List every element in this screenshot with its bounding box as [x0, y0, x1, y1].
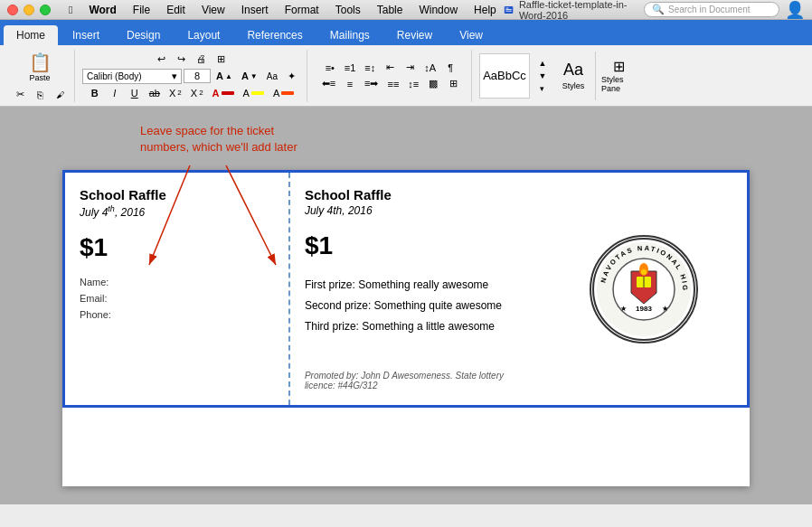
justify-button[interactable]: ≡≡ [383, 78, 402, 90]
font-size-box[interactable]: 8 [184, 69, 211, 83]
copy-button[interactable]: ⎘ [31, 88, 49, 101]
view-button[interactable]: ⊞ [212, 52, 231, 66]
ticket-middle-title: School Raffle [305, 187, 527, 202]
align-row: ⬅≡ ≡ ≡➡ ≡≡ ↕≡ ▩ ⊞ [318, 77, 463, 90]
styles-button[interactable]: Aa Styles [555, 58, 591, 94]
font-family-selector[interactable]: Calibri (Body) ▾ [82, 69, 182, 84]
tab-mailings[interactable]: Mailings [317, 25, 382, 45]
sort-button[interactable]: ↕A [420, 61, 439, 74]
format-painter-button[interactable]: 🖌 [51, 88, 69, 101]
prize-list: First prize: Something really awesome Se… [305, 275, 527, 336]
paste-icon: 📋 [29, 53, 52, 71]
minimize-button[interactable] [24, 5, 34, 15]
tab-home[interactable]: Home [4, 25, 58, 45]
underline-button[interactable]: U [126, 87, 144, 99]
tab-review[interactable]: Review [384, 25, 445, 45]
change-case-button[interactable]: Aa [263, 71, 281, 82]
ticket-email-field: Email: [80, 293, 274, 304]
multilevel-list-button[interactable]: ≡↕ [361, 61, 379, 74]
ticket-left-title: School Raffle [80, 187, 274, 202]
styles-pane-button[interactable]: ⊞ Styles Pane [595, 52, 642, 100]
shading-button[interactable]: ▩ [424, 77, 442, 90]
cut-button[interactable]: ✂ [11, 88, 29, 101]
styles-group: AaBbCc ▲ ▼ ▾ Aa Styles ⊞ Styles Pane [474, 50, 647, 102]
align-right-button[interactable]: ≡➡ [361, 77, 382, 90]
menu-file[interactable]: File [126, 2, 157, 18]
ribbon-toolbar: 📋 Paste ✂ ⎘ 🖌 ↩ ↪ 🖨 ⊞ Calibri (Body) ▾ 8… [0, 45, 812, 107]
ribbon-tabs: Home Insert Design Layout References Mai… [0, 20, 812, 45]
font-group: ↩ ↪ 🖨 ⊞ Calibri (Body) ▾ 8 A▲ A▼ Aa ✦ B … [77, 50, 307, 102]
prize-2: Second prize: Something quite awesome [305, 296, 527, 316]
search-icon: 🔍 [652, 4, 665, 15]
styles-pane-icon: ⊞ [613, 58, 625, 75]
tab-references[interactable]: References [234, 25, 315, 45]
ticket-middle-date: July 4th, 2016 [305, 204, 527, 217]
undo-button[interactable]: ↩ [153, 52, 171, 66]
document-page: School Raffle July 4th, 2016 $1 Name: Em… [62, 170, 750, 486]
subscript-button[interactable]: X2 [165, 87, 185, 99]
bold-button[interactable]: B [86, 87, 104, 99]
document-area: Leave space for the ticketnumbers, which… [0, 107, 812, 504]
ticket-left-date: July 4th, 2016 [80, 204, 274, 219]
tab-view[interactable]: View [447, 25, 496, 45]
paste-group: 📋 Paste ✂ ⎘ 🖌 [5, 50, 75, 102]
font-color-button[interactable]: A [209, 87, 238, 99]
menu-table[interactable]: Table [370, 2, 411, 18]
ticket-phone-field: Phone: [80, 309, 274, 320]
menu-window[interactable]: Window [411, 2, 465, 18]
align-left-button[interactable]: ⬅≡ [318, 77, 339, 90]
bullet-list-button[interactable]: ≡• [321, 61, 339, 74]
decrease-indent-button[interactable]: ⇤ [381, 61, 399, 74]
menu-help[interactable]: Help [467, 2, 504, 18]
text-color-button[interactable]: A [269, 87, 297, 99]
strikethrough-button[interactable]: ab [146, 87, 164, 99]
tab-insert[interactable]: Insert [60, 25, 112, 45]
styles-expand[interactable]: ▾ [533, 83, 552, 94]
styles-scroll-up[interactable]: ▲ [533, 58, 552, 69]
svg-rect-2 [505, 9, 511, 10]
paste-button[interactable]: 📋 Paste [22, 50, 58, 86]
menu-edit[interactable]: Edit [159, 2, 193, 18]
menu-format[interactable]: Format [278, 2, 326, 18]
prize-3: Third prize: Something a little awesome [305, 316, 527, 337]
tab-design[interactable]: Design [114, 25, 173, 45]
ticket-name-field: Name: [80, 277, 274, 287]
italic-button[interactable]: I [106, 87, 124, 99]
ticket-left-cell: School Raffle July 4th, 2016 $1 Name: Em… [65, 173, 289, 405]
line-spacing-button[interactable]: ↕≡ [404, 78, 422, 90]
highlight-button[interactable]: A [240, 87, 268, 99]
decrease-font-button[interactable]: A▼ [238, 70, 261, 82]
user-icon[interactable]: 👤 [785, 0, 805, 20]
styles-scroll-down[interactable]: ▼ [533, 71, 552, 81]
superscript-button[interactable]: X2 [187, 87, 207, 99]
style-normal[interactable]: AaBbCc [479, 53, 530, 99]
align-center-button[interactable]: ≡ [341, 78, 359, 90]
font-row-1: ↩ ↪ 🖨 ⊞ [153, 52, 231, 66]
show-formatting-button[interactable]: ¶ [441, 61, 459, 74]
window-title: Raffle-ticket-template-in-Word-2016 [504, 0, 644, 21]
maximize-button[interactable] [40, 5, 51, 15]
tab-layout[interactable]: Layout [175, 25, 232, 45]
borders-button[interactable]: ⊞ [444, 77, 462, 90]
font-format-row: B I U ab X2 X2 A A A [86, 87, 297, 99]
svg-text:★: ★ [620, 305, 627, 313]
close-button[interactable] [7, 5, 18, 15]
print-button[interactable]: 🖨 [193, 52, 211, 65]
numbered-list-button[interactable]: ≡1 [341, 61, 360, 74]
redo-button[interactable]: ↪ [173, 52, 191, 66]
menu-insert[interactable]: Insert [234, 2, 276, 18]
clear-format-button[interactable]: ✦ [283, 70, 301, 83]
titlebar:  Word File Edit View Insert Format Tool… [0, 0, 812, 20]
increase-indent-button[interactable]: ⇥ [401, 61, 419, 74]
ticket-footer: Promoted by: John D Awesomeness. State l… [305, 363, 527, 391]
menu-word[interactable]: Word [81, 2, 123, 18]
annotation: Leave space for the ticketnumbers, which… [140, 123, 297, 155]
menu-apple[interactable]:  [61, 2, 80, 18]
search-box[interactable]: 🔍 Search in Document [644, 2, 779, 17]
menu-bar:  Word File Edit View Insert Format Tool… [61, 2, 504, 18]
svg-point-14 [641, 269, 647, 275]
traffic-lights[interactable] [7, 5, 51, 15]
menu-view[interactable]: View [194, 2, 232, 18]
menu-tools[interactable]: Tools [328, 2, 368, 18]
increase-font-button[interactable]: A▲ [212, 70, 236, 82]
